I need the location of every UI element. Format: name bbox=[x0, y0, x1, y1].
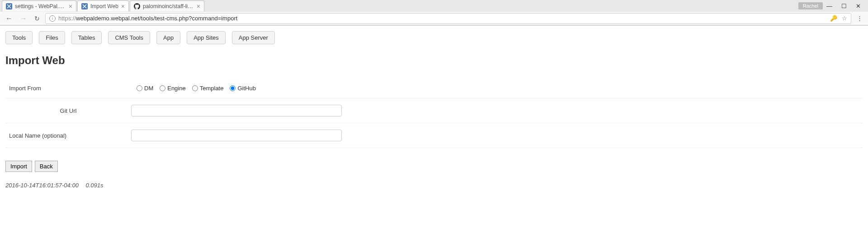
import-from-options: DM Engine Template GitHub bbox=[131, 85, 863, 92]
git-url-control bbox=[131, 105, 863, 116]
tools-button[interactable]: Tools bbox=[5, 31, 33, 44]
browser-tab-0[interactable]: settings - WebPal.net Clo × bbox=[2, 0, 76, 11]
local-name-input[interactable] bbox=[131, 130, 342, 141]
github-icon bbox=[134, 3, 140, 9]
page-title: Import Web bbox=[5, 54, 863, 67]
radio-engine-input[interactable] bbox=[160, 85, 165, 91]
window-controls: — ☐ ✕ bbox=[826, 3, 868, 9]
saved-password-icon[interactable]: 🔑 bbox=[830, 15, 837, 22]
bookmark-star-icon[interactable]: ☆ bbox=[842, 15, 847, 22]
footer-timestamp: 2016-10-14T16:01:57-04:00 bbox=[5, 182, 79, 189]
import-from-label: Import From bbox=[5, 85, 131, 92]
back-icon[interactable]: ← bbox=[4, 14, 14, 23]
radio-template[interactable]: Template bbox=[192, 85, 224, 92]
local-name-label: Local Name (optional) bbox=[5, 132, 131, 139]
import-button[interactable]: Import bbox=[5, 161, 32, 172]
url-protocol: https:// bbox=[58, 15, 76, 22]
git-url-row: Git Url bbox=[5, 98, 863, 123]
action-buttons: Import Back bbox=[5, 161, 863, 172]
tables-button[interactable]: Tables bbox=[71, 31, 102, 44]
tab-title: palominoinc/staff-list: Lis bbox=[143, 3, 194, 9]
omnibox-actions: 🔑 ☆ bbox=[830, 15, 847, 22]
user-badge[interactable]: Rachel bbox=[798, 2, 823, 9]
close-icon[interactable]: × bbox=[121, 3, 125, 9]
radio-engine-label: Engine bbox=[167, 85, 185, 92]
app-sites-button[interactable]: App Sites bbox=[187, 31, 226, 44]
reload-icon[interactable]: ↻ bbox=[33, 15, 42, 22]
radio-template-input[interactable] bbox=[192, 85, 198, 91]
cms-tools-button[interactable]: CMS Tools bbox=[108, 31, 150, 44]
files-button[interactable]: Files bbox=[39, 31, 65, 44]
git-url-input[interactable] bbox=[131, 105, 342, 116]
close-icon[interactable]: × bbox=[197, 3, 200, 9]
browser-menu-icon[interactable]: ⋮ bbox=[855, 15, 864, 22]
page-toolbar: Tools Files Tables CMS Tools App App Sit… bbox=[5, 31, 863, 44]
favicon-icon bbox=[6, 3, 12, 9]
address-bar-row: ← → ↻ i https://webpaldemo.webpal.net/to… bbox=[0, 12, 868, 25]
radio-dm-label: DM bbox=[144, 85, 153, 92]
site-info-icon[interactable]: i bbox=[49, 15, 56, 22]
close-icon[interactable]: × bbox=[69, 3, 72, 9]
import-from-row: Import From DM Engine Template GitHub bbox=[5, 79, 863, 98]
url-text: https://webpaldemo.webpal.net/tools/test… bbox=[58, 15, 237, 22]
maximize-icon[interactable]: ☐ bbox=[841, 3, 847, 9]
radio-engine[interactable]: Engine bbox=[160, 85, 185, 92]
radio-dm-input[interactable] bbox=[137, 85, 142, 91]
radio-github-label: GitHub bbox=[237, 85, 255, 92]
browser-chrome: settings - WebPal.net Clo × Import Web ×… bbox=[0, 0, 868, 26]
browser-tab-2[interactable]: palominoinc/staff-list: Lis × bbox=[130, 0, 204, 11]
url-path: webpaldemo.webpal.net/tools/test-cms.php… bbox=[76, 15, 237, 22]
forward-icon: → bbox=[18, 14, 29, 23]
radio-github[interactable]: GitHub bbox=[230, 85, 255, 92]
favicon-icon bbox=[81, 3, 88, 9]
page-content: Tools Files Tables CMS Tools App App Sit… bbox=[0, 26, 868, 194]
tab-title: settings - WebPal.net Clo bbox=[15, 3, 66, 9]
local-name-row: Local Name (optional) bbox=[5, 123, 863, 148]
close-window-icon[interactable]: ✕ bbox=[856, 3, 861, 9]
radio-dm[interactable]: DM bbox=[137, 85, 153, 92]
git-url-label: Git Url bbox=[5, 107, 131, 114]
minimize-icon[interactable]: — bbox=[826, 3, 832, 9]
address-bar[interactable]: i https://webpaldemo.webpal.net/tools/te… bbox=[45, 13, 851, 24]
local-name-control bbox=[131, 130, 863, 141]
app-button[interactable]: App bbox=[156, 31, 180, 44]
browser-tab-1[interactable]: Import Web × bbox=[77, 0, 129, 11]
tab-title: Import Web bbox=[90, 3, 118, 9]
radio-github-input[interactable] bbox=[230, 85, 236, 91]
back-button[interactable]: Back bbox=[35, 161, 58, 172]
footer-duration: 0.091s bbox=[86, 182, 104, 189]
page-footer: 2016-10-14T16:01:57-04:00 0.091s bbox=[5, 182, 863, 189]
radio-template-label: Template bbox=[200, 85, 224, 92]
app-server-button[interactable]: App Server bbox=[232, 31, 275, 44]
tab-strip: settings - WebPal.net Clo × Import Web ×… bbox=[0, 0, 868, 12]
